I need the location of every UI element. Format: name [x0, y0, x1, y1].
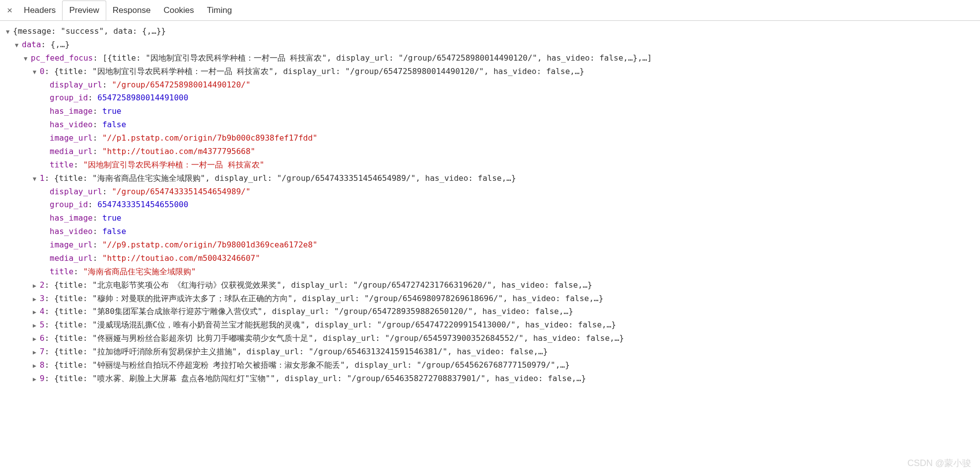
json-index[interactable]: 3	[40, 294, 45, 303]
json-summary[interactable]: {,…}	[51, 40, 70, 49]
json-value[interactable]: "/group/6547258980014490120/"	[112, 80, 250, 89]
json-key[interactable]: image_url	[50, 133, 93, 143]
json-value[interactable]: "http://toutiao.com/m50043246607"	[102, 253, 260, 263]
expand-arrow-icon[interactable]	[33, 374, 40, 384]
json-summary[interactable]: {title: "漫威现场混乱撕C位，唯有小奶音荷兰宝才能抚慰我的灵魂", di…	[54, 320, 616, 329]
json-value[interactable]: "因地制宜引导农民科学种植：一村一品 科技富农"	[83, 160, 264, 169]
json-key[interactable]: group_id	[50, 93, 88, 102]
json-preview: {message: "success", data: {,…}} data: {…	[0, 21, 980, 393]
json-key[interactable]: group_id	[50, 200, 88, 209]
json-summary[interactable]: {title: "北京电影节奖项公布 《红海行动》仅获视觉效果奖", displ…	[54, 280, 592, 290]
json-value[interactable]: true	[102, 213, 122, 223]
devtools-tabs: × Headers Preview Response Cookies Timin…	[0, 0, 980, 21]
expand-arrow-icon[interactable]	[15, 40, 22, 50]
json-key[interactable]: image_url	[50, 240, 93, 249]
json-index[interactable]: 2	[40, 280, 45, 290]
json-key[interactable]: data	[22, 40, 41, 49]
json-index[interactable]: 9	[40, 374, 45, 383]
json-index[interactable]: 4	[40, 307, 45, 316]
tab-timing[interactable]: Timing	[201, 1, 238, 20]
json-index[interactable]: 8	[40, 360, 45, 370]
json-value[interactable]: "//p9.pstatp.com/origin/7b98001d369cea61…	[102, 240, 317, 249]
json-index[interactable]: 6	[40, 333, 45, 343]
json-index[interactable]: 5	[40, 320, 45, 329]
json-key[interactable]: has_image	[50, 213, 93, 223]
expand-arrow-icon[interactable]	[33, 281, 40, 291]
expand-arrow-icon[interactable]	[33, 307, 40, 317]
close-icon[interactable]: ×	[2, 5, 17, 16]
tab-cookies[interactable]: Cookies	[157, 1, 200, 20]
json-index[interactable]: 7	[40, 347, 45, 356]
json-value[interactable]: false	[102, 120, 126, 129]
expand-arrow-icon[interactable]	[33, 347, 40, 357]
json-value[interactable]: 6547433351454655000	[97, 200, 188, 209]
json-key[interactable]: has_image	[50, 106, 93, 116]
json-value[interactable]: true	[102, 106, 122, 116]
json-value[interactable]: false	[102, 227, 126, 236]
json-key[interactable]: display_url	[50, 80, 102, 89]
tab-response[interactable]: Response	[106, 1, 157, 20]
expand-arrow-icon[interactable]	[33, 67, 40, 77]
json-root[interactable]: {message: "success", data: {,…}}	[13, 26, 166, 36]
tab-preview[interactable]: Preview	[62, 0, 106, 20]
json-index[interactable]: 0	[40, 67, 45, 76]
json-summary[interactable]: {title: "海南省商品住宅实施全域限购", display_url: "/…	[54, 173, 516, 183]
json-value[interactable]: "//p1.pstatp.com/origin/7b9b000c8938fef1…	[102, 133, 317, 143]
json-value[interactable]: "http://toutiao.com/m4377795668"	[102, 147, 255, 156]
json-summary[interactable]: {title: "拉加德呼吁消除所有贸易保护主义措施", display_url…	[54, 347, 548, 356]
json-key[interactable]: media_url	[50, 253, 93, 263]
json-summary[interactable]: [{title: "因地制宜引导农民科学种植：一村一品 科技富农", displ…	[103, 53, 652, 63]
json-value[interactable]: 6547258980014491000	[97, 93, 188, 102]
json-key[interactable]: pc_feed_focus	[31, 53, 93, 63]
json-summary[interactable]: {title: "钟丽缇与粉丝自拍玩不停超宠粉 考拉打哈欠被捂嘴：淑女形象不能丢…	[54, 360, 570, 370]
tab-headers[interactable]: Headers	[17, 1, 62, 20]
expand-arrow-icon[interactable]	[33, 294, 40, 304]
expand-arrow-icon[interactable]	[33, 334, 40, 344]
expand-arrow-icon[interactable]	[33, 320, 40, 330]
json-key[interactable]: display_url	[50, 187, 102, 196]
json-index[interactable]: 1	[40, 173, 45, 183]
json-summary[interactable]: {title: "喷水雾、刷脸上大屏幕 盘点各地防闯红灯"宝物"", displ…	[54, 374, 586, 383]
json-key[interactable]: media_url	[50, 147, 93, 156]
json-summary[interactable]: {title: "穆帅：对曼联的批评声或许太多了；球队在正确的方向", disp…	[54, 294, 603, 303]
expand-arrow-icon[interactable]	[24, 54, 31, 64]
json-key[interactable]: has_video	[50, 227, 93, 236]
json-key[interactable]: has_video	[50, 120, 93, 129]
json-summary[interactable]: {title: "第80集团军某合成旅举行迎苏宁雕像入营仪式", display…	[54, 307, 573, 316]
expand-arrow-icon[interactable]	[33, 174, 40, 184]
json-value[interactable]: "海南省商品住宅实施全域限购"	[83, 267, 196, 276]
json-summary[interactable]: {title: "因地制宜引导农民科学种植：一村一品 科技富农", displa…	[54, 67, 584, 76]
json-value[interactable]: "/group/6547433351454654989/"	[112, 187, 250, 196]
json-summary[interactable]: {title: "佟丽娅与男粉丝合影超亲切 比剪刀手嘟嘴卖萌少女气质十足", d…	[54, 333, 624, 343]
expand-arrow-icon[interactable]	[33, 361, 40, 371]
json-key[interactable]: title	[50, 267, 73, 276]
expand-arrow-icon[interactable]	[6, 27, 13, 37]
json-key[interactable]: title	[50, 160, 73, 169]
